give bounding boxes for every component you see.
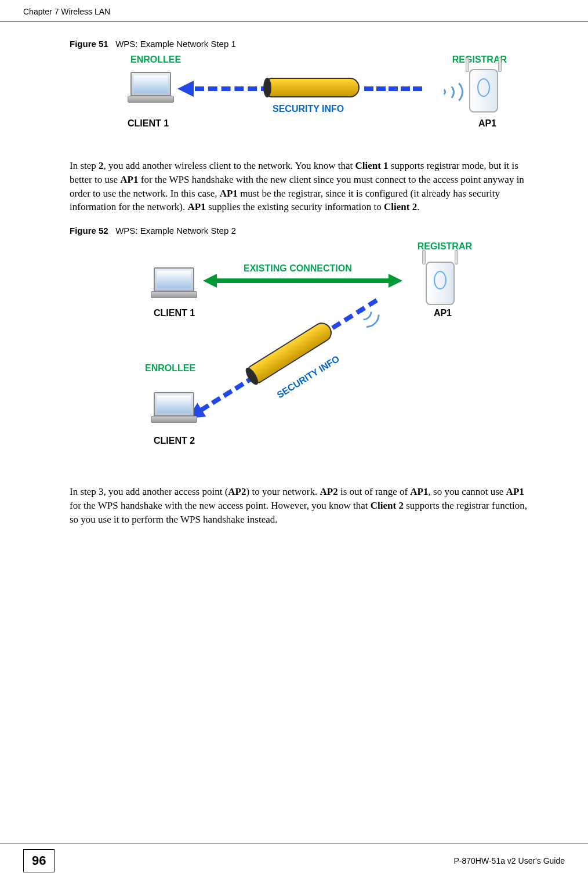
client1-label: CLIENT 1 [128,118,169,129]
laptop-icon [151,392,197,424]
figure-title: WPS: Example Network Step 1 [115,39,236,49]
wireless-signal-icon [437,78,460,107]
figure-title: WPS: Example Network Step 2 [115,226,236,236]
body-paragraph-1: In step 2, you add another wireless clie… [70,159,530,214]
ap1-label: AP1 [478,118,496,129]
figure-number: Figure 51 [70,39,108,49]
chapter-title: Chapter 7 Wireless LAN [23,7,110,16]
arrow-icon [177,81,194,97]
laptop-icon [128,72,174,104]
ap1-label: AP1 [434,308,452,318]
security-info-label: SECURITY INFO [273,104,344,114]
figure-52-diagram: REGISTRAR EXISTING CONNECTION CLIENT 1 A… [70,241,530,473]
existing-connection-label: EXISTING CONNECTION [244,263,352,274]
arrow-icon [389,274,402,288]
page-header: Chapter 7 Wireless LAN [0,0,588,21]
body-paragraph-2: In step 3, you add another access point … [70,485,530,526]
client2-label: CLIENT 2 [154,436,195,446]
figure-52-caption: Figure 52 WPS: Example Network Step 2 [70,226,530,236]
figure-51-diagram: ENROLLEE REGISTRAR SECURITY INFO CLIENT … [70,55,530,147]
figure-51-caption: Figure 51 WPS: Example Network Step 1 [70,39,530,49]
access-point-icon [420,256,460,305]
page-footer: 96 P-870HW-51a v2 User's Guide [0,843,588,872]
connection-line [216,278,390,283]
dashed-connector [195,86,270,91]
figure-number: Figure 52 [70,226,108,236]
security-tunnel-icon [267,78,360,97]
dashed-connector [364,86,422,91]
enrollee-label: ENROLLEE [130,55,181,65]
access-point-icon [463,63,504,113]
page-number: 96 [23,849,55,872]
laptop-icon [151,267,197,299]
page-content: Figure 51 WPS: Example Network Step 1 EN… [0,21,588,527]
enrollee-label: ENROLLEE [145,363,195,374]
arrow-icon [203,274,217,288]
guide-name: P-870HW-51a v2 User's Guide [454,856,565,865]
client1-label: CLIENT 1 [154,308,195,318]
